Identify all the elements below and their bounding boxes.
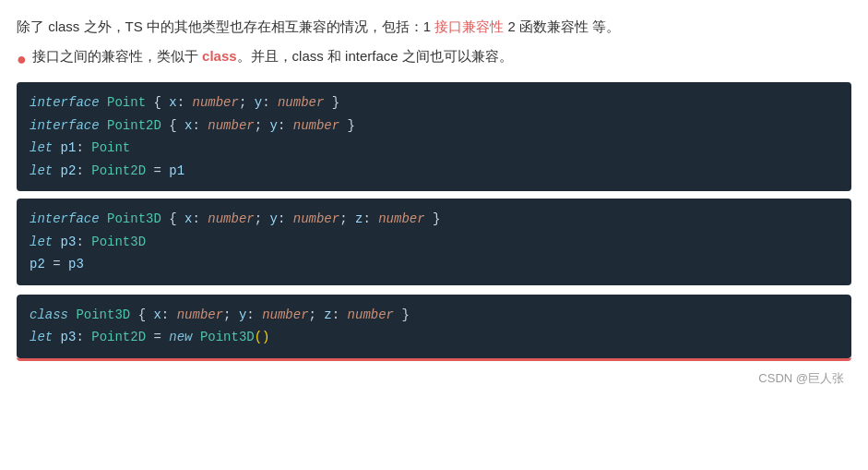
code-line-6: let p3: Point3D — [30, 231, 838, 254]
bullet-dot: ● — [17, 45, 27, 74]
code-line-5: interface Point3D { x: number; y: number… — [30, 208, 838, 231]
code-line-1: interface Point { x: number; y: number } — [30, 91, 838, 114]
code-block-3-wrapper: class Point3D { x: number; y: number; z:… — [17, 295, 851, 361]
class-highlight: class — [202, 48, 237, 64]
code-line-2: interface Point2D { x: number; y: number… — [30, 114, 838, 138]
code-line-4: let p2: Point2D = p1 — [30, 160, 838, 183]
watermark: CSDN @巨人张 — [17, 370, 851, 387]
kw-interface-1: interface — [30, 95, 100, 110]
kw-interface-2: interface — [30, 118, 100, 133]
code-line-7: p2 = p3 — [30, 253, 838, 276]
code-line-8: class Point3D { x: number; y: number; z:… — [30, 304, 838, 327]
code-block-3: class Point3D { x: number; y: number; z:… — [17, 295, 851, 358]
bullet-text-2: 。并且，class 和 interface 之间也可以兼容。 — [237, 48, 513, 64]
bullet-text-1: 接口之间的兼容性，类似于 — [32, 48, 202, 64]
intro-paragraph: 除了 class 之外，TS 中的其他类型也存在相互兼容的情况，包括：1 接口兼… — [17, 15, 851, 39]
intro-text-1: 除了 class 之外，TS 中的其他类型也存在相互兼容的情况，包括：1 — [17, 18, 434, 34]
code-line-9: let p3: Point2D = new Point3D() — [30, 326, 838, 349]
link-interface-compat[interactable]: 接口兼容性 — [434, 18, 504, 34]
intro-text-2: 2 函数兼容性 等。 — [504, 18, 620, 34]
code-block-2: interface Point3D { x: number; y: number… — [17, 199, 851, 285]
bullet-line: ● 接口之间的兼容性，类似于 class。并且，class 和 interfac… — [17, 44, 851, 74]
bullet-text: 接口之间的兼容性，类似于 class。并且，class 和 interface … — [32, 44, 513, 68]
code-block-1: interface Point { x: number; y: number }… — [17, 82, 851, 191]
code-line-3: let p1: Point — [30, 137, 838, 160]
watermark-text: CSDN @巨人张 — [758, 371, 844, 385]
